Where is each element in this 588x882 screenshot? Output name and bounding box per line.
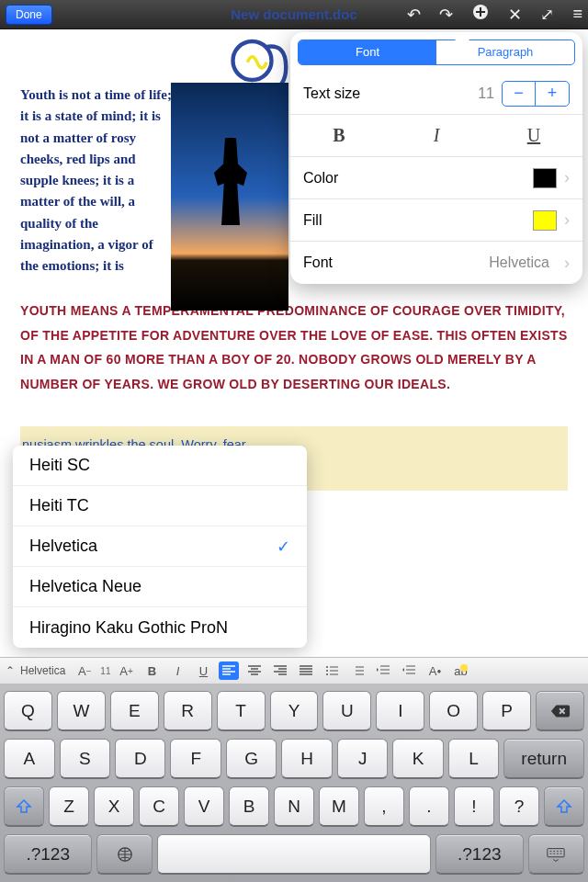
increase-size-button[interactable]: A+ <box>116 662 136 680</box>
chevron-right-icon: › <box>564 210 570 230</box>
svg-rect-2 <box>476 11 485 13</box>
backspace-key[interactable] <box>536 691 584 731</box>
paragraph-1: Youth is not a time of life; it is a sta… <box>20 85 175 277</box>
key-N[interactable]: N <box>274 786 314 827</box>
italic-button[interactable]: I <box>388 115 485 156</box>
undo-icon[interactable]: ↶ <box>407 5 421 25</box>
svg-point-5 <box>326 670 328 672</box>
key-H[interactable]: H <box>281 739 332 779</box>
color-label: Color <box>303 170 533 187</box>
key-L[interactable]: L <box>448 739 499 779</box>
key-B[interactable]: B <box>229 786 269 827</box>
fill-row[interactable]: Fill › <box>290 199 582 242</box>
text-size-stepper: − + <box>502 81 570 107</box>
numkey[interactable]: .?123 <box>435 834 524 875</box>
numkey[interactable]: .?123 <box>4 834 92 875</box>
key-,[interactable]: , <box>364 786 404 827</box>
key-?[interactable]: ? <box>499 786 539 827</box>
tab-paragraph[interactable]: Paragraph <box>436 40 574 64</box>
key-P[interactable]: P <box>482 691 531 731</box>
align-justify-button[interactable] <box>296 662 316 680</box>
italic-button[interactable]: I <box>167 662 187 680</box>
key-.[interactable]: . <box>409 786 449 827</box>
indent-button[interactable] <box>399 662 419 680</box>
key-I[interactable]: I <box>376 691 424 731</box>
check-icon: ✓ <box>277 537 290 557</box>
outdent-button[interactable] <box>373 662 393 680</box>
bold-button[interactable]: B <box>141 662 162 680</box>
color-row[interactable]: Color › <box>290 157 582 199</box>
key-U[interactable]: U <box>322 691 371 731</box>
tab-font[interactable]: Font <box>299 40 436 64</box>
font-option[interactable]: Helvetica✓ <box>13 526 307 567</box>
chevron-right-icon: › <box>564 254 570 273</box>
key-G[interactable]: G <box>226 739 277 779</box>
align-left-button[interactable] <box>219 662 239 680</box>
align-right-button[interactable] <box>270 662 290 680</box>
key-V[interactable]: V <box>184 786 224 827</box>
format-bar-size: 11 <box>100 666 110 676</box>
key-X[interactable]: X <box>94 786 134 827</box>
format-bar-fontname[interactable]: Helvetica <box>20 664 65 677</box>
space-key[interactable] <box>157 834 430 875</box>
text-color-button[interactable]: A● <box>424 662 445 680</box>
key-S[interactable]: S <box>60 739 110 779</box>
hide-keyboard-key[interactable] <box>528 834 584 875</box>
key-C[interactable]: C <box>139 786 179 827</box>
key-O[interactable]: O <box>429 691 478 731</box>
fullscreen-icon[interactable]: ⤢ <box>540 5 554 25</box>
done-button[interactable]: Done <box>6 5 52 25</box>
font-option[interactable]: Heiti SC <box>13 446 307 486</box>
expand-icon[interactable]: ⌃ <box>6 664 15 677</box>
key-D[interactable]: D <box>115 739 165 779</box>
add-icon[interactable] <box>471 3 490 26</box>
key-W[interactable]: W <box>57 691 106 731</box>
key-Y[interactable]: Y <box>270 691 319 731</box>
key-Z[interactable]: Z <box>49 786 89 827</box>
font-option[interactable]: Helvetica Neue <box>13 567 307 607</box>
font-list-popup: Heiti SCHeiti TCHelvetica✓Helvetica Neue… <box>13 446 307 648</box>
font-option[interactable]: Hiragino Kaku Gothic ProN <box>13 607 307 648</box>
top-toolbar: Done New document.doc ↶ ↷ ✕ ⤢ ≡ <box>0 0 588 29</box>
size-minus-button[interactable]: − <box>503 82 536 106</box>
chevron-right-icon: › <box>564 168 570 187</box>
align-center-button[interactable] <box>244 662 265 680</box>
key-K[interactable]: K <box>392 739 443 779</box>
key-E[interactable]: E <box>110 691 159 731</box>
underline-button[interactable]: U <box>485 115 582 156</box>
key-T[interactable]: T <box>217 691 266 731</box>
menu-icon[interactable]: ≡ <box>572 5 582 24</box>
paragraph-2: YOUTH MEANS A TEMPERAMENTAL PREDOMINANCE… <box>20 299 568 396</box>
key-M[interactable]: M <box>319 786 359 827</box>
fill-swatch <box>533 210 557 231</box>
highlight-button[interactable]: ab <box>450 662 470 680</box>
key-Q[interactable]: Q <box>4 691 52 731</box>
font-option[interactable]: Heiti TC <box>13 486 307 526</box>
fill-label: Fill <box>303 212 533 229</box>
underline-button[interactable]: U <box>193 662 213 680</box>
return-key[interactable]: return <box>503 739 584 779</box>
svg-point-6 <box>326 673 328 675</box>
svg-point-4 <box>326 666 328 668</box>
decrease-size-button[interactable]: A− <box>74 662 95 680</box>
color-swatch <box>533 168 557 188</box>
key-J[interactable]: J <box>337 739 388 779</box>
format-popover: Font Paragraph Text size 11 − + B I U Co… <box>290 32 582 284</box>
size-plus-button[interactable]: + <box>536 82 569 106</box>
globe-key[interactable] <box>96 834 153 875</box>
key-R[interactable]: R <box>164 691 212 731</box>
list-number-button[interactable] <box>347 662 368 680</box>
text-size-label: Text size <box>303 85 478 102</box>
shift-key[interactable] <box>544 786 584 827</box>
list-bullet-button[interactable] <box>322 662 342 680</box>
shift-key[interactable] <box>4 786 44 827</box>
tools-icon[interactable]: ✕ <box>508 5 522 25</box>
redo-icon[interactable]: ↷ <box>439 5 453 25</box>
key-![interactable]: ! <box>454 786 494 827</box>
font-row[interactable]: Font Helvetica › <box>290 242 582 284</box>
inline-photo <box>171 83 288 311</box>
bold-button[interactable]: B <box>290 115 388 156</box>
font-row-label: Font <box>303 254 489 271</box>
key-F[interactable]: F <box>170 739 220 779</box>
key-A[interactable]: A <box>4 739 54 779</box>
